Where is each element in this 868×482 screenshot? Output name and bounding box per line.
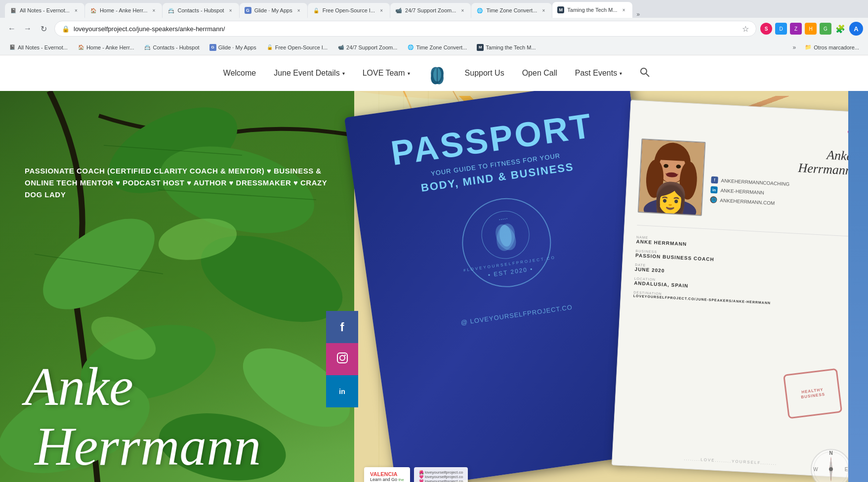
compass-svg: N S E W	[809, 447, 853, 482]
tab-favicon-4: G	[245, 7, 251, 14]
address-bar[interactable]: 🔒 loveyourselfproject.co/june-speakers/a…	[54, 21, 756, 37]
tab-close-3[interactable]: ×	[227, 7, 234, 14]
folder-label: Otros marcadore...	[814, 44, 859, 50]
tab-close-7[interactable]: ×	[540, 7, 547, 14]
tab-label-7: Time Zone Convert...	[486, 7, 537, 13]
person-portrait	[639, 138, 705, 216]
tab-timezone[interactable]: 🌐 Time Zone Convert... ×	[471, 3, 552, 18]
tab-all-notes[interactable]: 📓 All Notes - Evernot... ×	[5, 3, 84, 18]
instagram-button[interactable]	[326, 343, 358, 375]
bookmark-taming[interactable]: M Taming the Tech M...	[473, 43, 539, 52]
bookmark-star-icon[interactable]: ☆	[742, 24, 749, 34]
hero-tagline: PASSIONATE COACH (CERTIFIED CLARITY COAC…	[25, 165, 331, 201]
svg-text:N: N	[829, 450, 832, 456]
nav-welcome[interactable]: Welcome	[214, 64, 265, 83]
tab-glide[interactable]: G Glide · My Apps ×	[240, 3, 307, 18]
love-yourself-text: ........LOVE........YOURSELF........	[622, 453, 839, 469]
nav-past-events[interactable]: Past Events ▾	[566, 64, 631, 83]
tab-favicon-1: 📓	[10, 7, 17, 14]
passport-stamp: HEALTHY BUSINESS	[783, 368, 842, 419]
site-logo[interactable]	[424, 60, 451, 87]
tab-favicon-6: 📹	[395, 7, 402, 14]
browser-toolbar: ← → ↻ 🔒 loveyourselfproject.co/june-spea…	[0, 18, 868, 40]
bookmark-glide[interactable]: G Glide · My Apps	[206, 43, 260, 52]
nav-love-team[interactable]: LOVE Team ▾	[354, 64, 419, 83]
fb-icon: f	[711, 176, 718, 184]
bookmark-timezone[interactable]: 🌐 Time Zone Convert...	[403, 43, 471, 52]
svg-text:• • • • •: • • • • •	[499, 217, 508, 221]
tab-close-4[interactable]: ×	[295, 7, 302, 14]
bookmark-evernote[interactable]: 📓 All Notes - Evernot...	[5, 43, 72, 52]
passport-url: @ LOVEYOURSELFPROJECT.CO	[460, 304, 573, 327]
ext-icon-1[interactable]: S	[760, 23, 772, 35]
tab-favicon-5: 🔓	[313, 7, 320, 14]
nav-open-call[interactable]: Open Call	[513, 64, 566, 83]
nav-june-event[interactable]: June Event Details ▾	[265, 64, 353, 83]
tab-close-8[interactable]: ×	[620, 6, 627, 13]
lock-icon: 🔒	[62, 25, 70, 33]
passport-heart: ♥	[642, 116, 854, 139]
tab-label-8: Taming the Tech M...	[567, 7, 617, 13]
chevron-down-icon-2: ▾	[408, 71, 410, 76]
forward-button[interactable]: →	[21, 22, 35, 36]
bookmark-label-1: All Notes - Evernot...	[18, 44, 68, 50]
tabs-bar: 📓 All Notes - Evernot... × 🏠 Home - Anke…	[0, 0, 868, 18]
li-icon: in	[710, 186, 718, 194]
url-text: loveyourselfproject.co/june-speakers/ank…	[74, 25, 738, 33]
tab-close-6[interactable]: ×	[459, 7, 466, 14]
bookmark-zoom[interactable]: 📹 24/7 Support Zoom...	[333, 43, 401, 52]
passport-socials: f ANKEHERRMANNCOACHING in ANKE-HERRMANN …	[710, 176, 851, 211]
bookmark-hubspot[interactable]: 📇 Contacts - Hubspot	[140, 43, 203, 52]
ext-icon-6[interactable]: 🧩	[834, 23, 846, 35]
passport-logo-svg: • • • • •	[478, 207, 534, 263]
bookmark-home[interactable]: 🏠 Home - Anke Herr...	[74, 43, 138, 52]
chevron-down-icon: ▾	[342, 71, 345, 76]
more-tabs-button[interactable]: »	[633, 11, 644, 18]
hero-name-line2: Herrmann	[35, 417, 331, 477]
glide-favicon: G	[209, 44, 216, 51]
tab-label-5: Free Open-Source I...	[323, 7, 375, 13]
hero-left-content: PASSIONATE COACH (CERTIFIED CLARITY COAC…	[0, 91, 356, 482]
hero-name-line1: Anke	[25, 357, 331, 417]
bottom-cards: VALENCIA Learn and Go the 🌺 loveyourself…	[364, 467, 468, 482]
bookmarks-more[interactable]: »	[790, 43, 799, 52]
passport-pages-inner: ♥	[625, 116, 854, 461]
nav-search-button[interactable]	[636, 63, 654, 84]
website-content: Welcome June Event Details ▾ LOVE Team ▾…	[0, 55, 868, 482]
ext-icon-2[interactable]: D	[775, 23, 787, 35]
bookmark-foss[interactable]: 🔓 Free Open-Source I...	[262, 43, 331, 52]
tab-contacts[interactable]: 📇 Contacts - Hubspot ×	[163, 3, 239, 18]
tab-close-2[interactable]: ×	[150, 7, 157, 14]
tab-foss[interactable]: 🔓 Free Open-Source I... ×	[308, 3, 390, 18]
tab-zoom[interactable]: 📹 24/7 Support Zoom... ×	[390, 3, 471, 18]
back-button[interactable]: ←	[5, 22, 19, 36]
facebook-button[interactable]: f	[326, 311, 358, 343]
tab-favicon-8: M	[557, 6, 564, 13]
bookmark-label-8: Taming the Tech M...	[486, 44, 536, 50]
browser-chrome: 📓 All Notes - Evernot... × 🏠 Home - Anke…	[0, 0, 868, 55]
tab-close-5[interactable]: ×	[378, 7, 385, 14]
tab-home[interactable]: 🏠 Home - Anke Herr... ×	[85, 3, 163, 18]
linkedin-button[interactable]: in	[326, 375, 358, 407]
tab-favicon-7: 🌐	[476, 7, 483, 14]
ext-icon-3[interactable]: Z	[790, 23, 802, 35]
svg-point-21	[344, 354, 346, 356]
refresh-button[interactable]: ↻	[37, 22, 50, 36]
browser-profile-icon[interactable]: A	[849, 22, 863, 36]
ext-icon-4[interactable]: H	[805, 23, 817, 35]
tab-close-1[interactable]: ×	[73, 7, 80, 14]
svg-text:W: W	[813, 467, 818, 472]
evernote-favicon: 📓	[9, 44, 16, 51]
linkedin-icon: in	[339, 388, 345, 395]
passport-logo-circle: • • • • • #LOVEYOURSELFPROJECT.CO • EST …	[456, 192, 557, 293]
nav-support-us[interactable]: Support Us	[456, 64, 513, 83]
svg-text:E: E	[845, 467, 848, 472]
browser-nav-buttons: ← → ↻	[5, 22, 50, 36]
li-handle: ANKE-HERRMANN	[720, 187, 764, 195]
bookmark-label-5: Free Open-Source I...	[275, 44, 328, 50]
social-sidebar: f in	[326, 311, 358, 407]
bookmarks-folder[interactable]: 📁 Otros marcadore...	[801, 43, 863, 52]
ext-icon-5[interactable]: G	[820, 23, 831, 35]
tab-label-4: Glide · My Apps	[254, 7, 292, 13]
tab-taming[interactable]: M Taming the Tech M... ×	[552, 2, 632, 18]
